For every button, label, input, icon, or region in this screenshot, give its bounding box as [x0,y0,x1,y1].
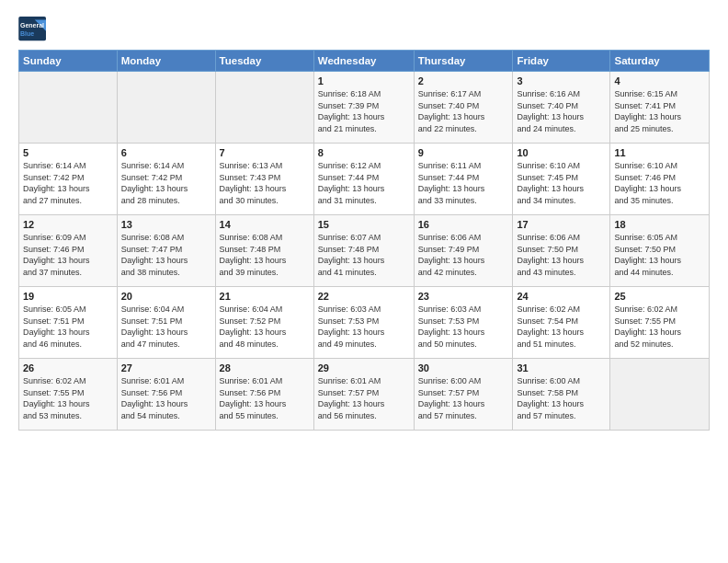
calendar-week-row-5: 26Sunrise: 6:02 AM Sunset: 7:55 PM Dayli… [19,359,710,431]
calendar-cell [19,72,118,144]
calendar-cell: 11Sunrise: 6:10 AM Sunset: 7:46 PM Dayli… [610,144,710,215]
day-info: Sunrise: 6:07 AM Sunset: 7:48 PM Dayligh… [318,232,410,278]
header: General Blue [18,17,710,42]
calendar-cell: 30Sunrise: 6:00 AM Sunset: 7:57 PM Dayli… [414,359,513,431]
weekday-header-sunday: Sunday [19,51,118,72]
day-number: 29 [318,362,410,373]
day-info: Sunrise: 6:16 AM Sunset: 7:40 PM Dayligh… [517,88,606,134]
calendar-cell: 6Sunrise: 6:14 AM Sunset: 7:42 PM Daylig… [117,144,215,215]
calendar-cell: 31Sunrise: 6:00 AM Sunset: 7:58 PM Dayli… [513,359,610,431]
day-number: 4 [614,75,705,86]
day-info: Sunrise: 6:03 AM Sunset: 7:53 PM Dayligh… [318,304,410,350]
day-number: 15 [318,219,410,230]
day-info: Sunrise: 6:03 AM Sunset: 7:53 PM Dayligh… [418,304,509,350]
day-info: Sunrise: 6:00 AM Sunset: 7:58 PM Dayligh… [517,375,606,421]
day-number: 14 [220,219,310,230]
calendar-cell: 9Sunrise: 6:11 AM Sunset: 7:44 PM Daylig… [414,144,513,215]
day-number: 11 [614,147,705,158]
day-info: Sunrise: 6:15 AM Sunset: 7:41 PM Dayligh… [614,88,705,134]
day-info: Sunrise: 6:04 AM Sunset: 7:52 PM Dayligh… [220,304,310,350]
day-info: Sunrise: 6:01 AM Sunset: 7:56 PM Dayligh… [121,375,211,421]
calendar-cell: 25Sunrise: 6:02 AM Sunset: 7:55 PM Dayli… [610,287,710,359]
day-number: 16 [418,219,509,230]
calendar-cell: 18Sunrise: 6:05 AM Sunset: 7:50 PM Dayli… [610,215,710,287]
day-info: Sunrise: 6:14 AM Sunset: 7:42 PM Dayligh… [23,160,113,206]
day-number: 8 [318,147,410,158]
day-number: 9 [418,147,509,158]
calendar-cell: 15Sunrise: 6:07 AM Sunset: 7:48 PM Dayli… [313,215,414,287]
day-info: Sunrise: 6:02 AM Sunset: 7:55 PM Dayligh… [614,304,705,350]
calendar-cell: 7Sunrise: 6:13 AM Sunset: 7:43 PM Daylig… [215,144,313,215]
calendar-cell: 3Sunrise: 6:16 AM Sunset: 7:40 PM Daylig… [513,72,610,144]
day-info: Sunrise: 6:06 AM Sunset: 7:49 PM Dayligh… [418,232,509,278]
day-info: Sunrise: 6:10 AM Sunset: 7:46 PM Dayligh… [614,160,705,206]
weekday-header-row: SundayMondayTuesdayWednesdayThursdayFrid… [19,51,710,72]
calendar-cell: 14Sunrise: 6:08 AM Sunset: 7:48 PM Dayli… [215,215,313,287]
calendar-week-row-4: 19Sunrise: 6:05 AM Sunset: 7:51 PM Dayli… [19,287,710,359]
calendar-cell: 19Sunrise: 6:05 AM Sunset: 7:51 PM Dayli… [19,287,118,359]
day-info: Sunrise: 6:12 AM Sunset: 7:44 PM Dayligh… [318,160,410,206]
calendar-cell: 24Sunrise: 6:02 AM Sunset: 7:54 PM Dayli… [513,287,610,359]
day-number: 28 [220,362,310,373]
day-number: 23 [418,291,509,302]
calendar-cell: 22Sunrise: 6:03 AM Sunset: 7:53 PM Dayli… [313,287,414,359]
day-number: 12 [23,219,113,230]
day-info: Sunrise: 6:05 AM Sunset: 7:51 PM Dayligh… [23,304,113,350]
calendar-cell: 27Sunrise: 6:01 AM Sunset: 7:56 PM Dayli… [117,359,215,431]
day-info: Sunrise: 6:01 AM Sunset: 7:57 PM Dayligh… [318,375,410,421]
calendar-cell: 20Sunrise: 6:04 AM Sunset: 7:51 PM Dayli… [117,287,215,359]
day-number: 10 [517,147,606,158]
day-number: 19 [23,291,113,302]
day-number: 25 [614,291,705,302]
page: General Blue SundayMondayTuesdayWednesda… [0,0,728,563]
calendar-cell [215,72,313,144]
day-info: Sunrise: 6:18 AM Sunset: 7:39 PM Dayligh… [318,88,410,134]
day-info: Sunrise: 6:06 AM Sunset: 7:50 PM Dayligh… [517,232,606,278]
day-number: 22 [318,291,410,302]
day-info: Sunrise: 6:02 AM Sunset: 7:55 PM Dayligh… [23,375,113,421]
calendar-cell: 21Sunrise: 6:04 AM Sunset: 7:52 PM Dayli… [215,287,313,359]
day-number: 21 [220,291,310,302]
logo: General Blue [18,17,48,42]
day-number: 18 [614,219,705,230]
day-number: 6 [121,147,211,158]
day-number: 17 [517,219,606,230]
calendar-cell: 4Sunrise: 6:15 AM Sunset: 7:41 PM Daylig… [610,72,710,144]
day-number: 7 [220,147,310,158]
calendar-week-row-1: 1Sunrise: 6:18 AM Sunset: 7:39 PM Daylig… [19,72,710,144]
day-info: Sunrise: 6:00 AM Sunset: 7:57 PM Dayligh… [418,375,509,421]
day-number: 2 [418,75,509,86]
weekday-header-tuesday: Tuesday [215,51,313,72]
day-info: Sunrise: 6:01 AM Sunset: 7:56 PM Dayligh… [220,375,310,421]
day-number: 26 [23,362,113,373]
weekday-header-friday: Friday [513,51,610,72]
calendar-cell: 1Sunrise: 6:18 AM Sunset: 7:39 PM Daylig… [313,72,414,144]
day-info: Sunrise: 6:08 AM Sunset: 7:47 PM Dayligh… [121,232,211,278]
svg-text:General: General [20,22,44,29]
calendar-cell: 13Sunrise: 6:08 AM Sunset: 7:47 PM Dayli… [117,215,215,287]
day-number: 13 [121,219,211,230]
day-number: 30 [418,362,509,373]
day-info: Sunrise: 6:08 AM Sunset: 7:48 PM Dayligh… [220,232,310,278]
day-info: Sunrise: 6:05 AM Sunset: 7:50 PM Dayligh… [614,232,705,278]
day-number: 31 [517,362,606,373]
calendar-cell: 8Sunrise: 6:12 AM Sunset: 7:44 PM Daylig… [313,144,414,215]
calendar-cell: 26Sunrise: 6:02 AM Sunset: 7:55 PM Dayli… [19,359,118,431]
calendar-cell [117,72,215,144]
day-number: 3 [517,75,606,86]
weekday-header-saturday: Saturday [610,51,710,72]
day-number: 1 [318,75,410,86]
calendar-cell: 2Sunrise: 6:17 AM Sunset: 7:40 PM Daylig… [414,72,513,144]
day-info: Sunrise: 6:04 AM Sunset: 7:51 PM Dayligh… [121,304,211,350]
svg-text:Blue: Blue [20,30,34,37]
calendar-week-row-2: 5Sunrise: 6:14 AM Sunset: 7:42 PM Daylig… [19,144,710,215]
day-info: Sunrise: 6:10 AM Sunset: 7:45 PM Dayligh… [517,160,606,206]
day-info: Sunrise: 6:02 AM Sunset: 7:54 PM Dayligh… [517,304,606,350]
day-number: 27 [121,362,211,373]
day-number: 20 [121,291,211,302]
calendar-cell: 10Sunrise: 6:10 AM Sunset: 7:45 PM Dayli… [513,144,610,215]
day-info: Sunrise: 6:11 AM Sunset: 7:44 PM Dayligh… [418,160,509,206]
calendar-cell: 5Sunrise: 6:14 AM Sunset: 7:42 PM Daylig… [19,144,118,215]
day-info: Sunrise: 6:14 AM Sunset: 7:42 PM Dayligh… [121,160,211,206]
day-number: 24 [517,291,606,302]
